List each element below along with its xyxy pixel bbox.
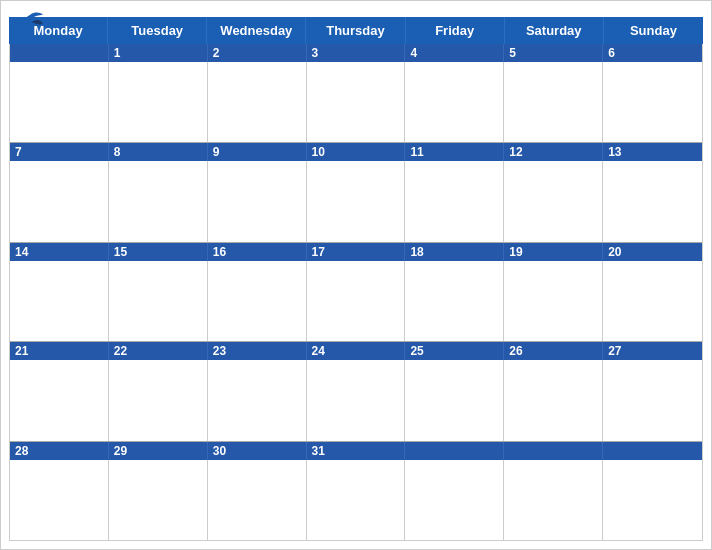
logo-bird-icon bbox=[17, 11, 47, 31]
week-1-day-6-cell bbox=[504, 62, 603, 142]
day-number-12: 12 bbox=[504, 143, 603, 161]
week-3-day-3-cell bbox=[208, 261, 307, 341]
day-header-wednesday: Wednesday bbox=[207, 17, 306, 44]
day-number-19: 19 bbox=[504, 243, 603, 261]
day-number-1: 1 bbox=[109, 44, 208, 62]
week-1-day-5-cell bbox=[405, 62, 504, 142]
week-2-num-bar: 78910111213 bbox=[10, 143, 702, 161]
week-3-day-1-cell bbox=[10, 261, 109, 341]
week-3-num-bar: 14151617181920 bbox=[10, 243, 702, 261]
week-4-day-4-cell bbox=[307, 360, 406, 440]
calendar-header bbox=[1, 1, 711, 17]
day-number-27: 27 bbox=[603, 342, 702, 360]
week-1-body bbox=[10, 62, 702, 142]
day-number-17: 17 bbox=[307, 243, 406, 261]
logo bbox=[17, 11, 50, 31]
week-4-day-3-cell bbox=[208, 360, 307, 440]
week-5-num-bar: 28293031 bbox=[10, 442, 702, 460]
week-5-day-3-cell bbox=[208, 460, 307, 540]
week-3-day-6-cell bbox=[504, 261, 603, 341]
week-3-day-2-cell bbox=[109, 261, 208, 341]
week-2-body bbox=[10, 161, 702, 241]
week-2-day-4-cell bbox=[307, 161, 406, 241]
week-2-day-3-cell bbox=[208, 161, 307, 241]
day-number-20: 20 bbox=[603, 243, 702, 261]
week-1-num-bar: 123456 bbox=[10, 44, 702, 62]
week-2: 78910111213 bbox=[10, 143, 702, 242]
week-1-day-3-cell bbox=[208, 62, 307, 142]
week-4-day-7-cell bbox=[603, 360, 702, 440]
week-1: 123456 bbox=[10, 44, 702, 143]
calendar-page: Monday Tuesday Wednesday Thursday Friday… bbox=[0, 0, 712, 550]
week-5-day-4-cell bbox=[307, 460, 406, 540]
day-number-25: 25 bbox=[405, 342, 504, 360]
week-1-day-2-cell bbox=[109, 62, 208, 142]
day-number-24: 24 bbox=[307, 342, 406, 360]
day-number-30: 30 bbox=[208, 442, 307, 460]
week-4-num-bar: 21222324252627 bbox=[10, 342, 702, 360]
week-2-day-7-cell bbox=[603, 161, 702, 241]
day-headers-row: Monday Tuesday Wednesday Thursday Friday… bbox=[9, 17, 703, 44]
week-3-day-5-cell bbox=[405, 261, 504, 341]
day-header-saturday: Saturday bbox=[505, 17, 604, 44]
week-3-body bbox=[10, 261, 702, 341]
day-number-11: 11 bbox=[405, 143, 504, 161]
day-number-18: 18 bbox=[405, 243, 504, 261]
day-number-2: 2 bbox=[208, 44, 307, 62]
day-number-empty bbox=[10, 44, 109, 62]
day-number-14: 14 bbox=[10, 243, 109, 261]
week-1-day-4-cell bbox=[307, 62, 406, 142]
day-number-empty bbox=[504, 442, 603, 460]
week-1-day-7-cell bbox=[603, 62, 702, 142]
week-5: 28293031 bbox=[10, 442, 702, 540]
day-header-sunday: Sunday bbox=[604, 17, 703, 44]
day-number-7: 7 bbox=[10, 143, 109, 161]
week-2-day-1-cell bbox=[10, 161, 109, 241]
day-number-6: 6 bbox=[603, 44, 702, 62]
week-5-day-2-cell bbox=[109, 460, 208, 540]
day-header-thursday: Thursday bbox=[306, 17, 405, 44]
week-5-day-1-cell bbox=[10, 460, 109, 540]
day-number-15: 15 bbox=[109, 243, 208, 261]
week-2-day-2-cell bbox=[109, 161, 208, 241]
day-number-22: 22 bbox=[109, 342, 208, 360]
week-4-body bbox=[10, 360, 702, 440]
week-5-day-7-cell bbox=[603, 460, 702, 540]
day-number-10: 10 bbox=[307, 143, 406, 161]
week-3-day-4-cell bbox=[307, 261, 406, 341]
week-4-day-6-cell bbox=[504, 360, 603, 440]
day-number-9: 9 bbox=[208, 143, 307, 161]
day-number-21: 21 bbox=[10, 342, 109, 360]
week-5-day-6-cell bbox=[504, 460, 603, 540]
week-5-body bbox=[10, 460, 702, 540]
day-number-5: 5 bbox=[504, 44, 603, 62]
day-number-23: 23 bbox=[208, 342, 307, 360]
week-4: 21222324252627 bbox=[10, 342, 702, 441]
day-number-empty bbox=[603, 442, 702, 460]
week-2-day-6-cell bbox=[504, 161, 603, 241]
day-number-31: 31 bbox=[307, 442, 406, 460]
day-number-empty bbox=[405, 442, 504, 460]
week-2-day-5-cell bbox=[405, 161, 504, 241]
day-number-16: 16 bbox=[208, 243, 307, 261]
day-number-8: 8 bbox=[109, 143, 208, 161]
week-5-day-5-cell bbox=[405, 460, 504, 540]
day-number-29: 29 bbox=[109, 442, 208, 460]
day-header-friday: Friday bbox=[406, 17, 505, 44]
week-4-day-2-cell bbox=[109, 360, 208, 440]
calendar-body: Monday Tuesday Wednesday Thursday Friday… bbox=[1, 17, 711, 549]
day-number-4: 4 bbox=[405, 44, 504, 62]
week-3-day-7-cell bbox=[603, 261, 702, 341]
day-number-28: 28 bbox=[10, 442, 109, 460]
week-4-day-1-cell bbox=[10, 360, 109, 440]
day-number-26: 26 bbox=[504, 342, 603, 360]
day-number-3: 3 bbox=[307, 44, 406, 62]
week-4-day-5-cell bbox=[405, 360, 504, 440]
day-header-tuesday: Tuesday bbox=[108, 17, 207, 44]
weeks-grid: 1234567891011121314151617181920212223242… bbox=[9, 44, 703, 541]
day-number-13: 13 bbox=[603, 143, 702, 161]
week-3: 14151617181920 bbox=[10, 243, 702, 342]
week-1-day-1-cell bbox=[10, 62, 109, 142]
